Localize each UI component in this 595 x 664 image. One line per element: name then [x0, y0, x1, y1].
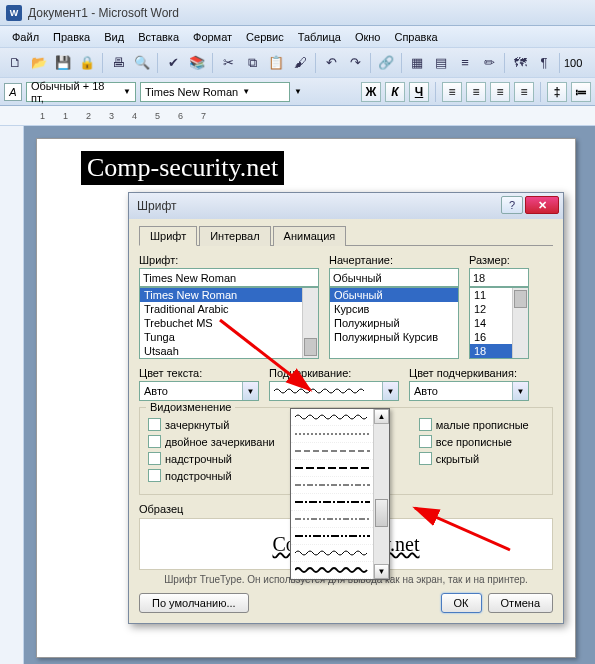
- strike-checkbox[interactable]: зачеркнутый: [148, 418, 293, 431]
- list-item[interactable]: Обычный: [330, 288, 458, 302]
- style-value: Обычный + 18 пт,: [31, 80, 119, 104]
- italic-button[interactable]: К: [385, 82, 405, 102]
- scroll-thumb[interactable]: [375, 499, 388, 527]
- help-button[interactable]: ?: [501, 196, 523, 214]
- align-center-icon[interactable]: ≡: [466, 82, 486, 102]
- font-label: Шрифт:: [139, 254, 319, 266]
- tab-animation[interactable]: Анимация: [273, 226, 347, 246]
- excel-icon[interactable]: ▤: [430, 52, 452, 74]
- paste-icon[interactable]: 📋: [265, 52, 287, 74]
- menu-view[interactable]: Вид: [98, 29, 130, 45]
- allcaps-checkbox[interactable]: все прописные: [419, 435, 544, 448]
- undo-icon[interactable]: ↶: [320, 52, 342, 74]
- annotation-arrow-icon: [400, 480, 520, 560]
- hidden-checkbox[interactable]: скрытый: [419, 452, 544, 465]
- style-label: Начертание:: [329, 254, 459, 266]
- chevron-down-icon: ▼: [382, 382, 398, 400]
- chevron-down-icon: ▼: [512, 382, 528, 400]
- chevron-down-icon: ▼: [242, 87, 250, 96]
- styles-pane-icon[interactable]: A: [4, 83, 22, 101]
- list-item[interactable]: Полужирный Курсив: [330, 330, 458, 344]
- menu-table[interactable]: Таблица: [292, 29, 347, 45]
- menu-format[interactable]: Формат: [187, 29, 238, 45]
- scroll-up-icon[interactable]: ▲: [374, 409, 389, 424]
- list-item[interactable]: Курсив: [330, 302, 458, 316]
- font-combo[interactable]: Times New Roman ▼: [140, 82, 290, 102]
- size-listbox[interactable]: 11 12 14 16 18: [469, 287, 529, 359]
- save-icon[interactable]: 💾: [52, 52, 74, 74]
- permission-icon[interactable]: 🔒: [76, 52, 98, 74]
- list-item[interactable]: Полужирный: [330, 316, 458, 330]
- title-bar: W Документ1 - Microsoft Word: [0, 0, 595, 26]
- font-value: Times New Roman: [145, 86, 238, 98]
- underline-dropdown-list[interactable]: ▲ ▼: [290, 408, 390, 580]
- smallcaps-checkbox[interactable]: малые прописные: [419, 418, 544, 431]
- menu-tools[interactable]: Сервис: [240, 29, 290, 45]
- font-input[interactable]: [139, 268, 319, 287]
- menu-window[interactable]: Окно: [349, 29, 387, 45]
- style-listbox[interactable]: Обычный Курсив Полужирный Полужирный Кур…: [329, 287, 459, 359]
- print-icon[interactable]: 🖶: [107, 52, 129, 74]
- annotation-arrow-icon: [210, 310, 330, 410]
- scrollbar[interactable]: [512, 288, 528, 358]
- style-input[interactable]: [329, 268, 459, 287]
- numbering-icon[interactable]: ≔: [571, 82, 591, 102]
- link-icon[interactable]: 🔗: [375, 52, 397, 74]
- double-strike-checkbox[interactable]: двойное зачеркивани: [148, 435, 293, 448]
- chevron-down-icon: ▼: [123, 87, 131, 96]
- columns-icon[interactable]: ≡: [454, 52, 476, 74]
- format-painter-icon[interactable]: 🖌: [289, 52, 311, 74]
- spell-icon[interactable]: ✔: [162, 52, 184, 74]
- list-item[interactable]: Times New Roman: [140, 288, 318, 302]
- dropdown-scrollbar[interactable]: ▲ ▼: [373, 409, 389, 579]
- chevron-down-icon[interactable]: ▼: [294, 87, 302, 96]
- cancel-button[interactable]: Отмена: [488, 593, 553, 613]
- svg-line-8: [415, 508, 510, 550]
- standard-toolbar: 🗋 📂 💾 🔒 🖶 🔍 ✔ 📚 ✂ ⧉ 📋 🖌 ↶ ↷ 🔗 ▦ ▤ ≡ ✏ 🗺 …: [0, 48, 595, 78]
- menu-bar: Файл Правка Вид Вставка Формат Сервис Та…: [0, 26, 595, 48]
- vertical-ruler: [0, 126, 24, 664]
- superscript-checkbox[interactable]: надстрочный: [148, 452, 293, 465]
- dialog-title: Шрифт: [137, 199, 176, 213]
- formatting-toolbar: A Обычный + 18 пт, ▼ Times New Roman ▼ ▼…: [0, 78, 595, 106]
- table-icon[interactable]: ▦: [406, 52, 428, 74]
- align-justify-icon[interactable]: ≡: [514, 82, 534, 102]
- research-icon[interactable]: 📚: [186, 52, 208, 74]
- new-doc-icon[interactable]: 🗋: [4, 52, 26, 74]
- style-combo[interactable]: Обычный + 18 пт, ▼: [26, 82, 136, 102]
- selected-text[interactable]: Comp-security.net: [81, 151, 284, 185]
- showpara-icon[interactable]: ¶: [533, 52, 555, 74]
- docmap-icon[interactable]: 🗺: [509, 52, 531, 74]
- menu-file[interactable]: Файл: [6, 29, 45, 45]
- preview-icon[interactable]: 🔍: [131, 52, 153, 74]
- redo-icon[interactable]: ↷: [344, 52, 366, 74]
- align-left-icon[interactable]: ≡: [442, 82, 462, 102]
- sample-label: Образец: [139, 503, 183, 515]
- horizontal-ruler: 1 1 2 3 4 5 6 7: [0, 106, 595, 126]
- menu-insert[interactable]: Вставка: [132, 29, 185, 45]
- underline-color-combo[interactable]: Авто ▼: [409, 381, 529, 401]
- dialog-titlebar[interactable]: Шрифт ? ✕: [129, 193, 563, 219]
- svg-line-7: [220, 320, 310, 390]
- zoom-value[interactable]: 100: [564, 57, 582, 69]
- default-button[interactable]: По умолчанию...: [139, 593, 249, 613]
- size-label: Размер:: [469, 254, 529, 266]
- align-right-icon[interactable]: ≡: [490, 82, 510, 102]
- menu-help[interactable]: Справка: [388, 29, 443, 45]
- dialog-tabs: Шрифт Интервал Анимация: [139, 225, 553, 246]
- copy-icon[interactable]: ⧉: [241, 52, 263, 74]
- scroll-down-icon[interactable]: ▼: [374, 564, 389, 579]
- tab-interval[interactable]: Интервал: [199, 226, 270, 246]
- drawing-icon[interactable]: ✏: [478, 52, 500, 74]
- menu-edit[interactable]: Правка: [47, 29, 96, 45]
- close-button[interactable]: ✕: [525, 196, 559, 214]
- subscript-checkbox[interactable]: подстрочный: [148, 469, 293, 482]
- line-spacing-icon[interactable]: ‡: [547, 82, 567, 102]
- tab-font[interactable]: Шрифт: [139, 226, 197, 246]
- size-input[interactable]: [469, 268, 529, 287]
- underline-button[interactable]: Ч: [409, 82, 429, 102]
- open-icon[interactable]: 📂: [28, 52, 50, 74]
- cut-icon[interactable]: ✂: [217, 52, 239, 74]
- ok-button[interactable]: ОК: [441, 593, 482, 613]
- bold-button[interactable]: Ж: [361, 82, 381, 102]
